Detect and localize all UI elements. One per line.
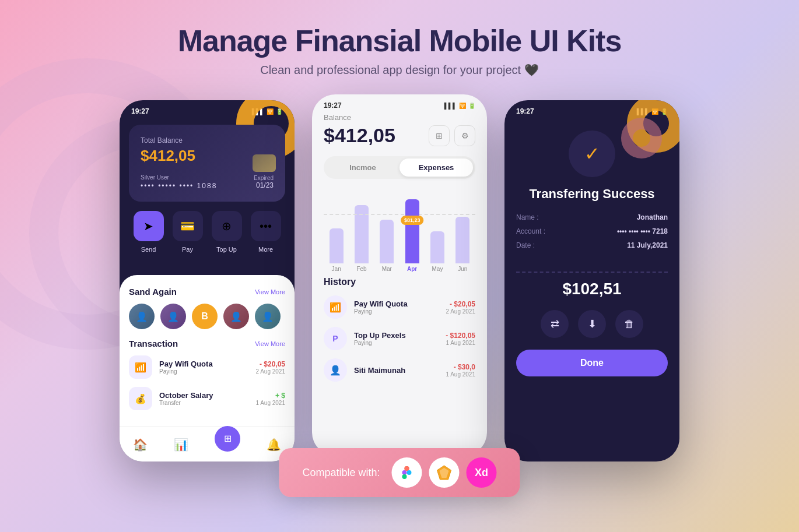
history-icon-1: 📶 [324,295,347,319]
avatars-row: 👤 👤 B 👤 👤 [129,304,285,329]
chart-price-bubble: $81,23 [401,216,424,225]
transaction-type-1: Paying [159,368,248,375]
share-btn[interactable]: ⇄ [541,310,569,338]
transfer-divider [516,272,668,273]
date-label: Date : [516,241,535,249]
more-label: More [258,246,273,253]
compatible-banner: Compatible with: Xd [279,448,520,497]
send-again-header: Sand Again View More [129,287,285,297]
avatar-1-icon: 👤 [136,311,148,322]
transfer-details: Name : Jonathan Account : •••• •••• ••••… [516,213,668,255]
transaction-date-2: 1 Aug 2021 [255,400,285,406]
avatar-4[interactable]: 👤 [223,304,249,329]
label-apr: Apr [407,266,417,272]
download-btn[interactable]: ⬇ [578,310,606,338]
nav-home[interactable]: 🏠 [133,438,148,452]
history-name-3: Siti Maimunah [354,366,439,375]
checkmark-icon: ✓ [584,143,600,165]
transaction-icon-2: 💰 [129,387,152,410]
nav-bell[interactable]: 🔔 [267,438,281,452]
phone1-content: Total Balance $412,05 Silver User •••• •… [120,125,295,253]
page-header: Manage Finansial Mobile UI Kits Clean an… [0,0,799,89]
label-may: May [432,266,443,272]
success-circle: ✓ [569,131,615,177]
phone2-signal: ▌▌▌ [444,103,457,109]
topup-action[interactable]: ⊕ Top Up [212,211,242,253]
income-expense-toggle: Incmoe Expenses [324,156,475,179]
expired-date: 01/23 [254,181,274,189]
transaction-icon-1: 📶 [129,355,152,379]
phone3-time: 19:27 [516,107,534,115]
history-info-1: Pay Wifi Quota Paying [354,300,439,315]
nav-chart[interactable]: 📊 [174,438,188,452]
p2-balance-label: Balance [324,113,475,122]
phones-container: 19:27 ▌▌▌ 🛜 🔋 Total Balance $412,05 Silv… [0,89,799,461]
total-balance-label: Total Balance [141,136,274,145]
svg-point-2 [407,470,412,475]
compat-icons-row: Xd [392,457,497,488]
svg-point-4 [405,466,409,471]
card-chip [253,154,276,172]
phone-1: 19:27 ▌▌▌ 🛜 🔋 Total Balance $412,05 Silv… [120,100,295,461]
transfer-amount: $102,51 [562,280,621,298]
avatar-4-icon: 👤 [230,311,242,322]
nav-scan-active[interactable]: ⊞ [215,426,240,452]
more-action[interactable]: ••• More [251,211,281,253]
avatar-2[interactable]: 👤 [160,304,186,329]
history-date-2: 1 Aug 2021 [446,340,475,346]
history-item-3: 👤 Siti Maimunah - $30,0 1 Aug 2021 [324,358,475,382]
send-again-view-more[interactable]: View More [255,288,285,295]
phone1-bottom-nav: 🏠 📊 ⊞ 🔔 [120,427,295,461]
p2-balance-row: $412,05 ⊞ ⚙ [324,124,475,147]
pay-action[interactable]: 💳 Pay [173,211,203,253]
label-mar: Mar [382,266,392,272]
transaction-amount-1: - $20,05 [255,360,285,368]
transaction-view-more[interactable]: View More [255,340,285,347]
phone2-content: Balance $412,05 ⊞ ⚙ Incmoe Expenses Jan [312,113,487,382]
phone2-wifi: 🛜 [459,103,466,109]
card-expiry: Expired 01/23 [254,175,274,189]
expenses-toggle[interactable]: Expenses [400,158,473,177]
transaction-right-2: + $ 1 Aug 2021 [255,392,285,406]
bar-jun [455,217,469,263]
history-title: History [324,277,475,287]
transfer-date-row: Date : 11 July,2021 [516,241,668,249]
chart-bar-mar: Mar [377,220,397,272]
phone-2: 19:27 ▌▌▌ 🛜 🔋 Balance $412,05 ⊞ ⚙ Incmoe… [312,94,487,456]
delete-btn[interactable]: 🗑 [615,310,643,338]
bar-apr [405,199,419,263]
income-toggle[interactable]: Incmoe [326,158,400,177]
svg-point-1 [402,470,407,475]
topup-label: Top Up [216,246,237,253]
transaction-header: Transaction View More [129,339,285,348]
transaction-info-1: Pay Wifi Quota Paying [159,360,248,375]
phone3-content: ✓ Transfering Success Name : Jonathan Ac… [504,119,679,376]
history-item-2: P Top Up Pexels Paying - $120,05 1 Aug 2… [324,327,475,350]
avatar-5[interactable]: 👤 [255,304,281,329]
transaction-right-1: - $20,05 2 Aug 2021 [255,360,285,375]
chart-bar-jan: Jan [326,228,346,272]
expired-label: Expired [254,175,274,181]
send-again-title: Sand Again [129,287,177,297]
send-action[interactable]: ➤ Send [134,211,164,253]
label-feb: Feb [356,266,366,272]
figma-icon [392,457,422,488]
avatar-3-letter: B [201,311,208,322]
avatar-1[interactable]: 👤 [129,304,155,329]
card-user-type: Silver User [141,174,217,181]
history-date-3: 1 Aug 2021 [446,371,475,378]
p2-qr-btn[interactable]: ⊞ [429,125,450,146]
p2-settings-btn[interactable]: ⚙ [454,125,475,146]
quick-actions: ➤ Send 💳 Pay ⊕ Top Up ••• More [129,211,285,253]
bar-mar [380,220,394,263]
sketch-icon [429,457,460,488]
phone3-pink-arc [621,118,662,158]
avatar-3[interactable]: B [192,304,218,329]
history-name-1: Pay Wifi Quota [354,300,439,308]
history-right-1: - $20,05 2 Aug 2021 [446,300,475,315]
name-value: Jonathan [637,213,668,221]
p2-balance-amount: $412,05 [324,124,395,147]
done-button[interactable]: Done [516,350,668,376]
balance-card: Total Balance $412,05 Silver User •••• •… [129,125,285,202]
transfer-action-icons: ⇄ ⬇ 🗑 [541,310,643,338]
